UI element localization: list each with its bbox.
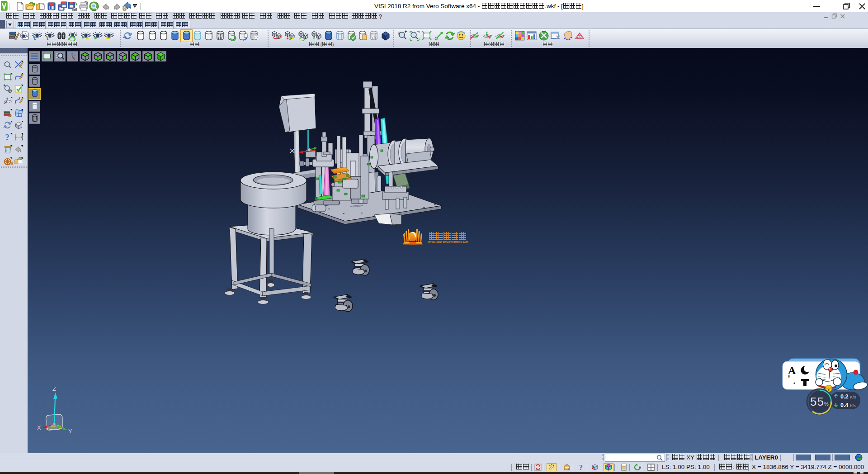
svg-text:55: 55 bbox=[810, 395, 824, 408]
svg-text:': ' bbox=[788, 374, 790, 383]
svg-text:0.2: 0.2 bbox=[840, 393, 848, 400]
svg-text:X: X bbox=[37, 424, 41, 431]
svg-text:?: ? bbox=[5, 133, 9, 142]
svg-text:K/s: K/s bbox=[850, 403, 856, 408]
svg-text:Z: Z bbox=[52, 385, 56, 392]
svg-text:K/s: K/s bbox=[850, 394, 856, 399]
svg-text:0.4: 0.4 bbox=[840, 402, 848, 408]
svg-text:%: % bbox=[824, 401, 829, 407]
svg-text:?: ? bbox=[579, 464, 583, 471]
svg-text:Y: Y bbox=[68, 428, 72, 435]
